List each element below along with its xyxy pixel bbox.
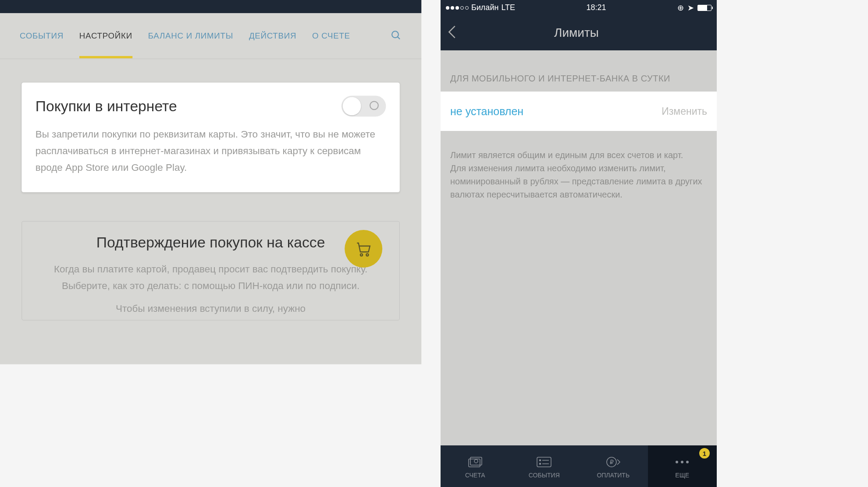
more-icon bbox=[674, 454, 690, 470]
svg-point-15 bbox=[681, 461, 683, 463]
tab-label: СОБЫТИЯ bbox=[529, 472, 560, 479]
carrier-label: Билайн bbox=[471, 3, 498, 12]
tab-label: ЕЩЕ bbox=[675, 472, 689, 479]
internet-purchases-card: Покупки в интернете Вы запретили покупки… bbox=[21, 82, 399, 192]
tab-actions[interactable]: ДЕЙСТВИЯ bbox=[249, 31, 296, 41]
svg-point-8 bbox=[540, 459, 541, 461]
tab-pay[interactable]: ₽ ОПЛАТИТЬ bbox=[579, 445, 648, 487]
section-footer: Лимит является общим и единым для всех с… bbox=[441, 131, 717, 219]
tab-about-account[interactable]: О СЧЕТЕ bbox=[312, 31, 350, 41]
card-description: Вы запретили покупки по реквизитам карты… bbox=[36, 126, 386, 176]
card2-description-2: Чтобы изменения вступили в силу, нужно bbox=[39, 300, 383, 317]
top-bar bbox=[0, 0, 421, 13]
svg-point-6 bbox=[474, 459, 478, 463]
events-icon bbox=[536, 454, 552, 470]
tab-events[interactable]: СОБЫТИЯ bbox=[20, 31, 64, 41]
cards-container: Покупки в интернете Вы запретили покупки… bbox=[0, 59, 421, 321]
limit-value: не установлен bbox=[450, 105, 523, 118]
network-label: LTE bbox=[501, 3, 515, 12]
lock-icon: ⊕ bbox=[677, 3, 684, 13]
svg-point-3 bbox=[366, 254, 368, 256]
card-title: Покупки в интернете bbox=[36, 98, 177, 115]
internet-purchases-toggle[interactable] bbox=[342, 95, 386, 116]
tab-events-btn[interactable]: СОБЫТИЯ bbox=[510, 445, 579, 487]
tab-settings[interactable]: НАСТРОЙКИ bbox=[79, 31, 132, 41]
nav-title: Лимиты bbox=[443, 26, 710, 40]
cart-icon bbox=[345, 230, 382, 268]
tab-balance-limits[interactable]: БАЛАНС И ЛИМИТЫ bbox=[148, 31, 233, 41]
svg-point-14 bbox=[676, 461, 678, 463]
status-bar: Билайн LTE 18:21 ⊕ ➤ bbox=[441, 0, 717, 15]
left-panel: СОБЫТИЯ НАСТРОЙКИ БАЛАНС И ЛИМИТЫ ДЕЙСТВ… bbox=[0, 0, 421, 364]
location-icon: ➤ bbox=[687, 3, 694, 13]
card2-description: Когда вы платите картой, продавец просит… bbox=[39, 261, 383, 294]
bottom-tab-bar: СЧЕТА СОБЫТИЯ ₽ ОПЛАТИТЬ 1 ЕЩЕ bbox=[441, 445, 717, 487]
section-header: ДЛЯ МОБИЛЬНОГО И ИНТЕРНЕТ-БАНКА В СУТКИ bbox=[441, 50, 717, 92]
svg-point-16 bbox=[686, 461, 689, 463]
tab-more[interactable]: 1 ЕЩЕ bbox=[648, 445, 717, 487]
battery-icon bbox=[697, 5, 711, 11]
notification-badge: 1 bbox=[699, 448, 710, 459]
tab-label: ОПЛАТИТЬ bbox=[597, 472, 630, 479]
checkout-confirmation-card: Подтверждение покупок на кассе Когда вы … bbox=[21, 221, 399, 321]
pay-icon: ₽ bbox=[605, 454, 621, 470]
svg-point-2 bbox=[360, 254, 363, 256]
right-phone: Билайн LTE 18:21 ⊕ ➤ Лимиты ДЛЯ МОБИЛЬНО… bbox=[441, 0, 717, 487]
svg-line-1 bbox=[398, 37, 400, 39]
svg-rect-7 bbox=[537, 457, 551, 467]
search-icon[interactable] bbox=[391, 30, 402, 42]
limit-row[interactable]: не установлен Изменить bbox=[441, 92, 717, 131]
svg-point-0 bbox=[392, 31, 398, 38]
svg-text:₽: ₽ bbox=[609, 459, 613, 466]
card2-title: Подтверждение покупок на кассе bbox=[39, 234, 383, 251]
accounts-icon bbox=[466, 454, 484, 470]
tab-label: СЧЕТА bbox=[465, 472, 485, 479]
limit-change-button[interactable]: Изменить bbox=[662, 106, 707, 117]
nav-bar: Лимиты bbox=[441, 15, 717, 50]
tab-accounts[interactable]: СЧЕТА bbox=[441, 445, 510, 487]
status-time: 18:21 bbox=[515, 3, 677, 12]
tab-bar: СОБЫТИЯ НАСТРОЙКИ БАЛАНС И ЛИМИТЫ ДЕЙСТВ… bbox=[0, 13, 421, 59]
signal-dots-icon bbox=[446, 6, 469, 10]
svg-point-10 bbox=[540, 463, 541, 464]
